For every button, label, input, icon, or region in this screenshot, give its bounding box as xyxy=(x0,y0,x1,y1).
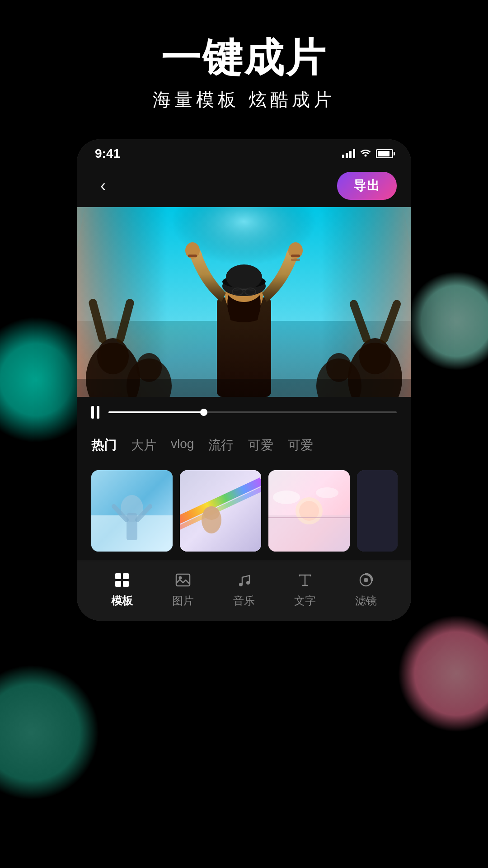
template-thumb-4-art xyxy=(357,470,398,552)
svg-rect-31 xyxy=(77,379,411,397)
svg-rect-26 xyxy=(291,255,300,257)
phone-frame: 9:41 ‹ 导出 xyxy=(77,139,411,621)
bg-blob-br xyxy=(398,615,488,732)
video-scene xyxy=(77,207,411,397)
svg-point-0 xyxy=(365,154,367,156)
music-icon xyxy=(234,570,254,590)
templates-row xyxy=(77,463,411,561)
tab-cute1[interactable]: 可爱 xyxy=(248,435,273,456)
template-thumb-4-partial[interactable] xyxy=(357,470,398,552)
svg-rect-52 xyxy=(115,573,121,579)
pause-icon xyxy=(91,406,99,419)
svg-point-58 xyxy=(239,583,243,586)
template-thumb-2[interactable] xyxy=(180,470,261,552)
bg-blob-bl xyxy=(0,665,99,800)
category-tabs: 热门 大片 vlog 流行 可爱 可爱 xyxy=(77,428,411,463)
svg-rect-24 xyxy=(188,255,197,257)
svg-point-63 xyxy=(364,578,368,582)
back-arrow-icon: ‹ xyxy=(100,176,106,195)
bottom-toolbar: 模板 图片 音乐 xyxy=(77,561,411,621)
pause-button[interactable] xyxy=(91,406,99,419)
toolbar-music[interactable]: 音乐 xyxy=(233,570,255,608)
toolbar-image[interactable]: 图片 xyxy=(172,570,194,608)
back-button[interactable]: ‹ xyxy=(91,174,115,198)
tab-bigfilm[interactable]: 大片 xyxy=(131,435,156,456)
wifi-icon xyxy=(360,148,371,160)
svg-rect-56 xyxy=(176,574,190,586)
svg-point-47 xyxy=(273,491,300,504)
toolbar-template-label: 模板 xyxy=(111,594,133,608)
progress-filled xyxy=(108,411,204,413)
tab-hot[interactable]: 热门 xyxy=(91,435,117,456)
filter-icon xyxy=(356,570,376,590)
svg-point-6 xyxy=(97,338,129,374)
tab-popular[interactable]: 流行 xyxy=(208,435,234,456)
template-thumb-1-art xyxy=(91,470,173,552)
progress-thumb[interactable] xyxy=(200,409,207,416)
image-icon xyxy=(173,570,193,590)
template-thumb-2-art xyxy=(180,470,261,552)
svg-point-12 xyxy=(359,338,391,374)
toolbar-filter-label: 滤镜 xyxy=(355,594,377,608)
template-thumb-3[interactable] xyxy=(268,470,350,552)
nav-bar: ‹ 导出 xyxy=(77,165,411,207)
export-label: 导出 xyxy=(353,179,380,193)
playback-controls xyxy=(77,397,411,428)
svg-point-28 xyxy=(232,288,243,295)
svg-rect-55 xyxy=(123,581,129,587)
svg-point-22 xyxy=(226,264,262,290)
svg-rect-54 xyxy=(115,581,121,587)
video-area xyxy=(77,207,411,397)
svg-point-42 xyxy=(203,506,220,520)
status-bar: 9:41 xyxy=(77,139,411,165)
toolbar-music-label: 音乐 xyxy=(233,594,255,608)
svg-point-59 xyxy=(246,581,250,585)
svg-point-29 xyxy=(245,288,256,295)
toolbar-image-label: 图片 xyxy=(172,594,194,608)
tab-cute2[interactable]: 可爱 xyxy=(288,435,313,456)
bg-blob-tr xyxy=(407,271,488,371)
svg-rect-53 xyxy=(123,573,129,579)
status-icons xyxy=(342,148,393,160)
status-time: 9:41 xyxy=(95,146,120,161)
svg-point-48 xyxy=(316,487,338,498)
crowd-silhouette xyxy=(77,207,411,397)
header-area: 一键成片 海量模板 炫酷成片 xyxy=(0,0,488,139)
header-subtitle: 海量模板 炫酷成片 xyxy=(0,87,488,112)
template-thumb-3-art xyxy=(268,470,350,552)
template-thumb-1[interactable] xyxy=(91,470,173,552)
toolbar-text[interactable]: 文字 xyxy=(294,570,316,608)
toolbar-filter[interactable]: 滤镜 xyxy=(355,570,377,608)
svg-rect-27 xyxy=(291,259,300,261)
header-title: 一键成片 xyxy=(0,36,488,80)
svg-rect-35 xyxy=(127,513,137,540)
toolbar-text-label: 文字 xyxy=(294,594,316,608)
export-button[interactable]: 导出 xyxy=(337,172,397,200)
tab-vlog[interactable]: vlog xyxy=(171,435,194,456)
toolbar-template[interactable]: 模板 xyxy=(111,570,133,608)
template-icon xyxy=(112,570,132,590)
progress-bar[interactable] xyxy=(108,411,397,413)
text-icon xyxy=(295,570,315,590)
svg-rect-51 xyxy=(357,470,398,552)
svg-point-57 xyxy=(178,576,182,579)
battery-icon xyxy=(376,149,393,158)
signal-icon xyxy=(342,149,355,158)
